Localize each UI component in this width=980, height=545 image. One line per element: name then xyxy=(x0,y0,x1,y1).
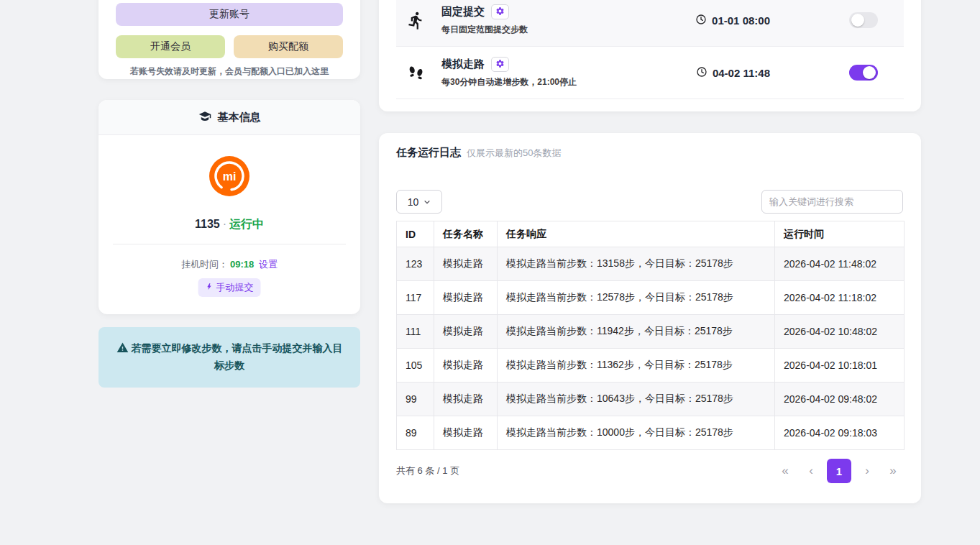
task-info: 固定提交 每日固定范围提交步数 xyxy=(441,4,528,36)
basic-info-title: 基本信息 xyxy=(218,111,261,124)
table-row: 99模拟走路模拟走路当前步数：10643步，今日目标：25178步2026-04… xyxy=(397,383,905,416)
prev-page-button[interactable]: ‹ xyxy=(801,460,821,482)
buy-quota-button[interactable]: 购买配额 xyxy=(234,35,343,58)
chevron-down-icon xyxy=(423,196,431,208)
tasks-card: 固定提交 每日固定范围提交步数 01-01 08:00 xyxy=(379,0,921,111)
hang-time-line: 挂机时间：09:18 设置 xyxy=(99,258,360,271)
clock-icon xyxy=(696,66,707,80)
log-title-row: 任务运行日志 仅展示最新的50条数据 xyxy=(396,146,561,160)
gear-icon xyxy=(495,6,505,18)
log-subtitle: 仅展示最新的50条数据 xyxy=(467,147,561,160)
graduation-cap-icon xyxy=(198,110,211,125)
basic-info-header: 基本信息 xyxy=(99,100,360,135)
toggle-knob xyxy=(851,14,864,27)
task-title: 固定提交 xyxy=(441,5,485,19)
page: 更新账号 开通会员 购买配额 若账号失效请及时更新，会员与配额入口已加入这里 基… xyxy=(0,0,980,545)
page-size-value: 10 xyxy=(408,196,419,208)
notice-text: 若需要立即修改步数，请点击手动提交并输入目标步数 xyxy=(132,342,343,371)
manual-submit-label: 手动提交 xyxy=(216,281,254,294)
log-footer: 共有 6 条 / 1 页 « ‹ 1 › » xyxy=(396,458,903,484)
manual-submit-button[interactable]: 手动提交 xyxy=(198,278,261,297)
toggle-knob xyxy=(863,66,876,79)
runner-icon xyxy=(406,11,426,30)
mi-logo-text: mi xyxy=(223,170,237,183)
column-header-response: 任务响应 xyxy=(498,221,775,247)
table-row: 111模拟走路模拟走路当前步数：11942步，今日目标：25178步2026-0… xyxy=(397,315,905,349)
table-row: 117模拟走路模拟走路当前步数：12578步，今日目标：25178步2026-0… xyxy=(397,281,905,315)
task-title: 模拟走路 xyxy=(441,58,485,71)
task-schedule-time: 01-01 08:00 xyxy=(695,14,770,27)
task-description: 每日固定范围提交步数 xyxy=(441,24,528,36)
account-id: 1135 xyxy=(195,218,220,230)
task-row-simulated-walk: 模拟走路 每30分钟自动递增步数，21:00停止 04-02 11:48 xyxy=(396,47,904,99)
next-page-button[interactable]: › xyxy=(857,460,877,482)
search-input[interactable] xyxy=(761,190,903,214)
log-card: 任务运行日志 仅展示最新的50条数据 10 ID 任务名称 任务响应 运行时间 xyxy=(379,133,921,503)
status-line: 1135·运行中 xyxy=(99,217,360,232)
first-page-button[interactable]: « xyxy=(775,460,795,482)
page-size-select[interactable]: 10 xyxy=(396,190,442,214)
update-account-button[interactable]: 更新账号 xyxy=(116,3,343,26)
column-header-run-time: 运行时间 xyxy=(775,221,905,247)
column-header-id: ID xyxy=(397,221,434,247)
basic-info-card: 基本信息 mi 1135·运行中 挂机时间：09:18 设置 手动提交 xyxy=(99,100,360,314)
account-card: 更新账号 开通会员 购买配额 若账号失效请及时更新，会员与配额入口已加入这里 xyxy=(99,0,360,79)
hang-time-set-link[interactable]: 设置 xyxy=(259,259,278,270)
record-count: 共有 6 条 / 1 页 xyxy=(396,464,459,477)
gear-icon xyxy=(495,59,505,70)
task-settings-button[interactable] xyxy=(491,57,509,72)
hang-time-value: 09:18 xyxy=(228,259,256,270)
last-page-button[interactable]: » xyxy=(883,460,903,482)
status-badge: 运行中 xyxy=(229,218,264,230)
mi-logo: mi xyxy=(209,156,249,196)
footprints-icon xyxy=(406,63,426,83)
column-header-task-name: 任务名称 xyxy=(434,221,498,247)
divider xyxy=(113,244,346,244)
task-toggle[interactable] xyxy=(849,65,878,81)
task-schedule-time: 04-02 11:48 xyxy=(696,66,770,80)
notice-box: 若需要立即修改步数，请点击手动提交并输入目标步数 xyxy=(99,327,360,388)
task-info: 模拟走路 每30分钟自动递增步数，21:00停止 xyxy=(441,57,577,88)
task-description: 每30分钟自动递增步数，21:00停止 xyxy=(441,76,577,88)
table-row: 123模拟走路模拟走路当前步数：13158步，今日目标：25178步2026-0… xyxy=(397,247,905,281)
hang-time-label: 挂机时间： xyxy=(181,259,228,270)
task-toggle[interactable] xyxy=(849,12,878,28)
table-row: 89模拟走路模拟走路当前步数：10000步，今日目标：25178步2026-04… xyxy=(397,416,905,450)
table-header-row: ID 任务名称 任务响应 运行时间 xyxy=(397,221,905,247)
bolt-icon xyxy=(206,282,214,293)
status-separator: · xyxy=(220,218,229,230)
account-note: 若账号失效请及时更新，会员与配额入口已加入这里 xyxy=(106,65,353,78)
open-membership-button[interactable]: 开通会员 xyxy=(116,35,225,58)
warning-icon xyxy=(116,342,132,354)
clock-icon xyxy=(695,14,707,27)
task-settings-button[interactable] xyxy=(491,4,509,19)
log-table: ID 任务名称 任务响应 运行时间 123模拟走路模拟走路当前步数：13158步… xyxy=(396,221,905,450)
pagination: « ‹ 1 › » xyxy=(775,459,903,483)
current-page-button[interactable]: 1 xyxy=(827,459,851,483)
task-row-fixed-submit: 固定提交 每日固定范围提交步数 01-01 08:00 xyxy=(396,0,904,47)
log-title: 任务运行日志 xyxy=(396,146,461,160)
table-row: 105模拟走路模拟走路当前步数：11362步，今日目标：25178步2026-0… xyxy=(397,349,905,383)
